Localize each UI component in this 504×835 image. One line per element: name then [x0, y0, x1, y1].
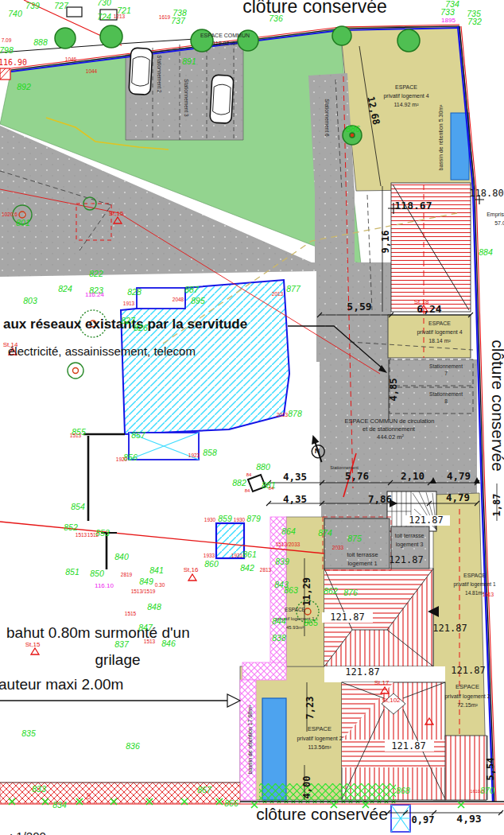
scale-note: : 1/200 [10, 829, 46, 835]
stall-label-2: Stationnement 2 [157, 55, 162, 93]
parcel: 844 [272, 616, 286, 626]
dim: 5,54 [485, 758, 496, 781]
espace-circulation-label: ESPACE COMMUN de circulation [345, 418, 435, 425]
survey: 1619 [159, 14, 171, 20]
parcel: 822 [89, 269, 103, 278]
espace-lot4-label: ESPACE [395, 84, 417, 90]
toit-terrasse3-label: toit terrasse [395, 533, 425, 538]
survey: 1020.6 [2, 212, 17, 217]
parcel: 733 [440, 7, 455, 17]
survey: 84 [269, 486, 274, 491]
level: 121.87 [389, 554, 423, 565]
parcel: 736 [269, 14, 283, 23]
stall-label-8b: 8 [444, 398, 448, 404]
parcel: 862 [324, 586, 338, 596]
emprise-area: 57.0 [494, 220, 504, 226]
parcel: 866 [224, 798, 238, 808]
level: 121.87 [409, 515, 443, 526]
parcel: 848 [147, 602, 161, 612]
parcel: 858 [203, 448, 217, 457]
survey: 1930 [204, 517, 216, 522]
survey: 1931 [231, 553, 243, 558]
parcel: 840 [114, 552, 129, 561]
level: 121.87 [451, 665, 485, 676]
parcel: 875 [347, 534, 362, 543]
parcel: 864 [281, 526, 296, 536]
parcel: 876 [343, 588, 358, 597]
parcel: 841 [149, 565, 164, 575]
stall-label-3: Stationnement 3 [184, 79, 189, 117]
toit-terrasse1-label: toit terrasse [347, 551, 378, 558]
dim: 4,79 [446, 491, 470, 503]
parcel: 859 [218, 514, 232, 523]
survey: St,15 [109, 210, 124, 217]
survey: 1513 [70, 433, 82, 438]
parcel: 803 [23, 296, 37, 305]
parcel: 867 [197, 785, 212, 794]
parcel: 849 [139, 577, 153, 586]
dim: 9,16 [380, 231, 391, 254]
survey: 1044 [86, 68, 98, 74]
toit-terrasse1-label2: logement 1 [347, 560, 377, 567]
parcel: 892 [17, 82, 31, 91]
survey: 1610.0 [471, 789, 484, 794]
parcel: 826 [134, 323, 148, 332]
survey: 1515 [125, 611, 137, 616]
survey: 1913 [123, 301, 135, 306]
parcel: 828 [127, 287, 142, 297]
parcel: 865 [304, 618, 318, 627]
espace-lot2r-label2: privatif logement 2 [444, 693, 490, 700]
espace-lot1l-area: 45.93m² [286, 625, 304, 630]
parcel: 879 [246, 514, 261, 523]
parcel: 739 [25, 1, 40, 10]
survey: 2013 [272, 291, 284, 297]
dim: 4,85 [388, 379, 399, 402]
espace-lot4b-label: ESPACE [428, 320, 451, 326]
parcel: 880 [256, 462, 270, 472]
level: 121.87 [391, 740, 425, 752]
survey: 1923 [188, 452, 200, 458]
parcel: 854 [71, 502, 85, 511]
car-icon [129, 48, 153, 95]
parcel: 895 [191, 296, 205, 305]
dim: 7,23 [304, 697, 316, 720]
parcel: 846 [161, 639, 176, 648]
survey: 1513/2033 [276, 542, 300, 547]
survey: St,14 [3, 341, 18, 348]
survey: 84 [245, 488, 250, 493]
survey: 2033 [332, 545, 344, 550]
parcel: 878 [288, 409, 302, 418]
parcel: 857 [131, 430, 146, 440]
parcel: 868 [396, 786, 410, 795]
survey: 2819 [121, 572, 133, 577]
survey: 1930 [234, 517, 246, 522]
parcel: 863 [284, 585, 298, 595]
parcel: 852 [64, 522, 78, 532]
parcel: 836 [126, 741, 140, 751]
survey: St,17 [374, 679, 390, 686]
wall-leader-arrow [0, 694, 240, 707]
espace-lot1r-label2: privatif logement 1 [453, 581, 495, 588]
fence-label-top: clôture conservée [242, 0, 387, 17]
level: 121.87 [432, 623, 467, 634]
parcel: 884 [479, 247, 493, 257]
survey: 1513 [76, 532, 87, 538]
bassin2-label: bassin de rétention 17.68m³ [247, 705, 253, 774]
fence-label-bottom: clôture conservée [256, 805, 388, 823]
level: 118.67 [395, 200, 432, 212]
car-icon [210, 75, 234, 123]
survey: 1046 [65, 56, 77, 62]
survey: 2048 [173, 297, 184, 302]
servitude-note-line2: électricité, assainissement, telecom [8, 344, 196, 358]
parcel: 724 [97, 12, 111, 21]
dim-red: 1,00 [86, 793, 91, 804]
parcel: 732 [467, 17, 482, 26]
parcel: 877 [286, 284, 301, 293]
survey: 7.09 [2, 37, 12, 43]
north-letter: N [315, 447, 320, 455]
parcel: 839 [275, 557, 289, 566]
site-plan-page: clôture conservéeclôture conservéeclôtur… [0, 0, 504, 835]
espace-lot1r-label: ESPACE [463, 573, 486, 578]
level: 121.87 [345, 666, 379, 678]
survey: 1895 [441, 17, 456, 24]
